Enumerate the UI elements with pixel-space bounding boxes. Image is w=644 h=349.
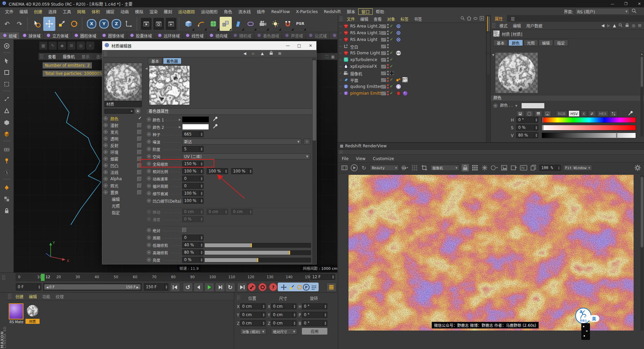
keyframe-pla-button[interactable]: [310, 284, 317, 291]
coord-field[interactable]: 0 cm▲▼: [240, 303, 266, 309]
maximize-button[interactable]: ❐: [619, 0, 633, 7]
dropdown[interactable]: UV (二维)▼: [182, 153, 310, 159]
attr-menu-0[interactable]: 模式: [497, 23, 510, 29]
redo-button[interactable]: ↷: [13, 17, 25, 31]
object-name[interactable]: xpExplosiaFX: [350, 64, 377, 69]
menu-item-13[interactable]: 运动图形: [198, 8, 221, 15]
filter-button[interactable]: ▽: [304, 139, 310, 145]
value-spinner[interactable]: 40 %▲▼: [182, 242, 204, 248]
freeze-snowflake-icon[interactable]: [481, 164, 488, 171]
render-visibility-dot[interactable]: [387, 87, 389, 89]
render-visibility-dot[interactable]: [387, 94, 389, 95]
menu-item-3[interactable]: 选择: [45, 8, 60, 15]
mixer-icon[interactable]: [588, 110, 596, 117]
keyframe-position-button[interactable]: [280, 284, 287, 291]
value-spinner[interactable]: 0▲▼: [182, 235, 204, 241]
field-tab-0[interactable]: 组域: [0, 32, 20, 39]
value-spinner[interactable]: 665▲▼: [182, 131, 204, 137]
autokeying-button[interactable]: [258, 283, 267, 291]
attr-subtab-3[interactable]: 编辑: [539, 40, 553, 46]
layer-square[interactable]: [381, 58, 386, 62]
material-preview[interactable]: [495, 53, 538, 93]
hsv-gradient-bar[interactable]: [542, 133, 636, 138]
layer-square[interactable]: [381, 78, 386, 82]
om-menu-3[interactable]: 对象: [384, 16, 398, 22]
attr-menu-2[interactable]: 用户数据: [524, 23, 545, 29]
channel-checkbox[interactable]: ✓: [138, 115, 142, 120]
language-badge[interactable]: 英: [589, 315, 599, 322]
snapshot-image-icon[interactable]: [500, 164, 508, 171]
minimize-button[interactable]: —: [282, 41, 293, 50]
target-tag-icon[interactable]: [396, 37, 401, 43]
render-settings-button[interactable]: [153, 17, 165, 31]
lock-icon[interactable]: [625, 23, 629, 28]
animation-radio[interactable]: [147, 154, 151, 158]
close-button[interactable]: ✕: [305, 41, 316, 50]
om-menu-2[interactable]: 查看: [371, 16, 384, 22]
object-name[interactable]: RS Area Light: [350, 37, 377, 42]
panel-grip[interactable]: [339, 16, 343, 21]
editor-visibility-dot[interactable]: [387, 51, 389, 52]
menu-item-7[interactable]: 捕捉: [103, 8, 117, 15]
apply-button[interactable]: 应用: [302, 328, 327, 335]
menu-item-0[interactable]: 文件: [2, 8, 16, 15]
mat-menu-2[interactable]: 功能: [40, 294, 53, 299]
channel-radio[interactable]: [104, 150, 108, 154]
object-name[interactable]: RS Area Light.2: [350, 24, 381, 29]
menu-item-10[interactable]: 渲染: [146, 8, 161, 15]
layer-square[interactable]: [381, 45, 386, 48]
menu-item-11[interactable]: 雕刻: [161, 8, 175, 15]
render-visibility-dot[interactable]: [387, 67, 389, 68]
channel-checkbox[interactable]: [137, 170, 142, 175]
render-menu-button[interactable]: [165, 17, 177, 31]
lock-workplane-button[interactable]: S: [1, 167, 12, 178]
keyframe-parameter-button[interactable]: P: [303, 284, 310, 291]
channel-radio[interactable]: [104, 123, 108, 127]
menu-item-12[interactable]: 运动跟踪: [175, 8, 198, 15]
expand-arrow-icon[interactable]: ▼: [515, 104, 517, 107]
enable-axis-button[interactable]: [1, 129, 12, 140]
texture-mode-button[interactable]: [1, 67, 12, 78]
renderview-scrollbar[interactable]: [640, 175, 644, 331]
layer-square[interactable]: [381, 31, 386, 35]
enabled-check-icon[interactable]: ✓: [390, 84, 393, 89]
render-image[interactable]: 微信公众号：野鹿志 微博：野鹿志 作者：马鹿野郎 (2.60s) 野鹿志 英: [348, 175, 634, 331]
animation-radio[interactable]: [147, 117, 151, 121]
attr-subtab-0[interactable]: 基本: [493, 40, 508, 46]
editor-visibility-dot[interactable]: [387, 78, 389, 79]
enabled-check-icon[interactable]: ✓: [390, 37, 393, 42]
add-icon[interactable]: ⊞: [638, 23, 641, 28]
channel-label[interactable]: 烟雾: [110, 156, 118, 162]
object-row[interactable]: –xpTurbulence✓: [338, 56, 486, 63]
value-spinner[interactable]: 0 cm▲▼: [207, 209, 228, 215]
panel-grip[interactable]: [492, 23, 495, 28]
coord-field[interactable]: 0 cm▲▼: [240, 312, 266, 318]
next-frame-button[interactable]: [215, 283, 225, 292]
value-spinner[interactable]: 0 %▲▼: [182, 216, 204, 222]
enable-snap-button[interactable]: [1, 155, 12, 166]
object-name[interactable]: RS Area Light.1: [350, 31, 381, 35]
color-wheel-icon[interactable]: [525, 110, 533, 117]
panel-grip[interactable]: [2, 275, 5, 280]
animation-radio[interactable]: [147, 177, 151, 181]
channel-link[interactable]: 指定: [104, 209, 145, 216]
value-spinner[interactable]: 0▲▼: [182, 183, 204, 189]
animation-radio[interactable]: [147, 125, 151, 129]
channel-link[interactable]: 光照: [104, 202, 145, 209]
value-spinner[interactable]: 100 %▲▼: [182, 198, 204, 204]
up-icon[interactable]: ▲: [259, 51, 266, 56]
object-name[interactable]: 摄像机: [350, 71, 362, 77]
render-visibility-dot[interactable]: [387, 80, 389, 82]
add-generator-button[interactable]: [220, 17, 232, 31]
render-visibility-dot[interactable]: [387, 33, 389, 35]
enabled-check-icon[interactable]: ✓: [390, 91, 393, 95]
panel-grip[interactable]: [104, 51, 107, 56]
editor-visibility-dot[interactable]: [387, 84, 389, 86]
channel-radio[interactable]: [104, 116, 108, 120]
attr-tab-1[interactable]: 层: [507, 15, 519, 22]
channel-label[interactable]: 颜色: [110, 116, 118, 121]
object-name[interactable]: 平面: [350, 78, 358, 83]
object-row[interactable]: –摄像机: [338, 70, 486, 77]
render-view-button[interactable]: [140, 17, 152, 31]
channel-link[interactable]: 编辑: [104, 196, 145, 202]
